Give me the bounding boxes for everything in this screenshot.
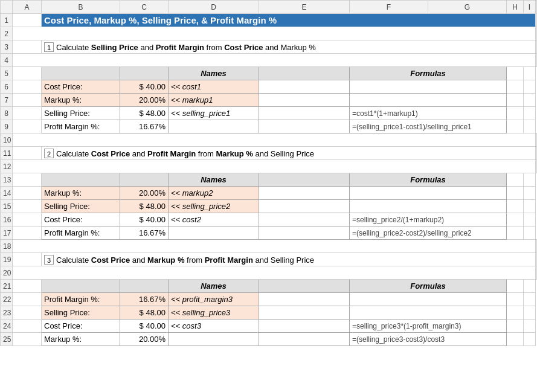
title-cell: Cost Price, Markup %, Selling Price, & P… [42, 14, 536, 27]
row-header-1: 1 [1, 14, 13, 27]
s3-r1-value: 16.67% [120, 293, 169, 306]
row-header-15: 15 [1, 200, 13, 213]
col-header-d[interactable]: D [169, 1, 259, 14]
row-header-24: 24 [1, 320, 13, 333]
s3-r2-label[interactable]: Selling Price: [42, 306, 120, 320]
row-header-2: 2 [1, 27, 13, 40]
row-20: 20 [1, 266, 537, 280]
s2-r4-name [169, 227, 259, 240]
row-header-16: 16 [1, 213, 13, 227]
s3-col-value-header [120, 280, 169, 293]
section1-desc-mid1: and [138, 43, 156, 52]
s2-col-value-header [120, 173, 169, 187]
row-header-13: 13 [1, 173, 13, 187]
s3-r2-dollar: $ 48.00 [120, 306, 169, 320]
col-header-e[interactable]: E [259, 1, 350, 14]
s2-r2-label[interactable]: Selling Price: [42, 200, 120, 213]
s1-r1-label[interactable]: Cost Price: [42, 80, 120, 94]
s1-r1-dollar: $ 40.00 [120, 80, 169, 94]
row-1: 1 Cost Price, Markup %, Selling Price, &… [1, 14, 537, 27]
s3-r2-name: << selling_price3 [169, 306, 259, 320]
row-header-12: 12 [1, 160, 13, 173]
row-19: 19 3Calculate Cost Price and Markup % fr… [1, 253, 537, 266]
s2-desc-end: and Selling Price [253, 149, 314, 158]
col-header-j[interactable]: J [536, 1, 537, 14]
s2-names-header: Names [169, 173, 259, 187]
row-18: 18 [1, 240, 537, 253]
row-8: 8 Selling Price: $ 48.00 << selling_pric… [1, 107, 537, 120]
col-header-h[interactable]: H [507, 1, 524, 14]
col-header-a[interactable]: A [13, 1, 42, 14]
row-11: 11 2Calculate Cost Price and Profit Marg… [1, 147, 537, 160]
row-25: 25 Markup %: 20.00% =(selling_price3-cos… [1, 333, 537, 346]
section1-profit-margin: Profit Margin [156, 43, 204, 52]
section1-cost-price: Cost Price [224, 43, 263, 52]
s3-r3-label[interactable]: Cost Price: [42, 320, 120, 333]
s3-r3-dollar: $ 40.00 [120, 320, 169, 333]
s3-r4-name [169, 333, 259, 346]
row-header-7: 7 [1, 94, 13, 107]
section1-desc-end: and Markup % [263, 43, 316, 52]
s1-r3-name: << selling_price1 [169, 107, 259, 120]
s2-formulas-header: Formulas [350, 173, 507, 187]
row-22: 22 Profit Margin %: 16.67% << profit_mar… [1, 293, 537, 306]
col-header-f[interactable]: F [350, 1, 428, 14]
s3-desc-mid1: and [130, 255, 147, 265]
s2-profit-margin: Profit Margin [147, 149, 196, 158]
s3-col-label-header [42, 280, 120, 293]
col-header-i[interactable]: I [524, 1, 536, 14]
col-header-g[interactable]: G [428, 1, 507, 14]
row-header-9: 9 [1, 120, 13, 133]
row-7: 7 Markup %: 20.00% << markup1 [1, 94, 537, 107]
s1-r3-label[interactable]: Selling Price: [42, 107, 120, 120]
row-header-20: 20 [1, 266, 13, 280]
s1-empty-header [259, 67, 350, 80]
s1-names-header: Names [169, 67, 259, 80]
row-3: 3 1Calculate Selling Price and Profit Ma… [1, 40, 537, 54]
cell-1j [536, 14, 537, 27]
s3-r1-name: << profit_margin3 [169, 293, 259, 306]
s2-cost-price: Cost Price [91, 149, 130, 158]
s1-col-label-header [42, 67, 120, 80]
s3-desc-pre: Calculate [56, 255, 91, 265]
s2-r1-value: 20.00% [120, 187, 169, 200]
row-24: 24 Cost Price: $ 40.00 << cost3 =selling… [1, 320, 537, 333]
s1-r2-label[interactable]: Markup %: [42, 94, 120, 107]
row-23: 23 Selling Price: $ 48.00 << selling_pri… [1, 306, 537, 320]
s3-r2-formula [350, 306, 507, 320]
section3-number: 3 [44, 255, 54, 265]
s2-r3-formula: =selling_price2/(1+markup2) [350, 213, 507, 227]
row-21: 21 Names Formulas [1, 280, 537, 293]
s2-col-label-header [42, 173, 120, 187]
row-13: 13 Names Formulas [1, 173, 537, 187]
section3-header: 3Calculate Cost Price and Markup % from … [42, 253, 536, 266]
col-header-b[interactable]: B [42, 1, 120, 14]
spreadsheet: A B C D E F G H I J 1 Cost Price, Markup… [0, 0, 537, 346]
s2-r2-dollar: $ 48.00 [120, 200, 169, 213]
row-header-5: 5 [1, 67, 13, 80]
s2-r1-label[interactable]: Markup %: [42, 187, 120, 200]
row-14: 14 Markup %: 20.00% << markup2 [1, 187, 537, 200]
s2-r3-label[interactable]: Cost Price: [42, 213, 120, 227]
row-16: 16 Cost Price: $ 40.00 << cost2 =selling… [1, 213, 537, 227]
s3-names-header: Names [169, 280, 259, 293]
s3-r4-label[interactable]: Markup %: [42, 333, 120, 346]
s2-r4-label[interactable]: Profit Margin %: [42, 227, 120, 240]
col-header-c[interactable]: C [120, 1, 169, 14]
row-2: 2 [1, 27, 537, 40]
row-header-18: 18 [1, 240, 13, 253]
row-4: 4 [1, 54, 537, 67]
s1-r4-label[interactable]: Profit Margin %: [42, 120, 120, 133]
s2-desc-mid1: and [130, 149, 147, 158]
s2-r4-value: 16.67% [120, 227, 169, 240]
s2-r2-formula [350, 200, 507, 213]
s2-desc-pre: Calculate [56, 149, 91, 158]
s2-r3-name: << cost2 [169, 213, 259, 227]
s3-r1-label[interactable]: Profit Margin %: [42, 293, 120, 306]
row-5: 5 Names Formulas [1, 67, 537, 80]
row-12: 12 [1, 160, 537, 173]
s3-formulas-header: Formulas [350, 280, 507, 293]
row-header-6: 6 [1, 80, 13, 94]
section1-number: 1 [44, 42, 54, 52]
row-17: 17 Profit Margin %: 16.67% =(selling_pri… [1, 227, 537, 240]
